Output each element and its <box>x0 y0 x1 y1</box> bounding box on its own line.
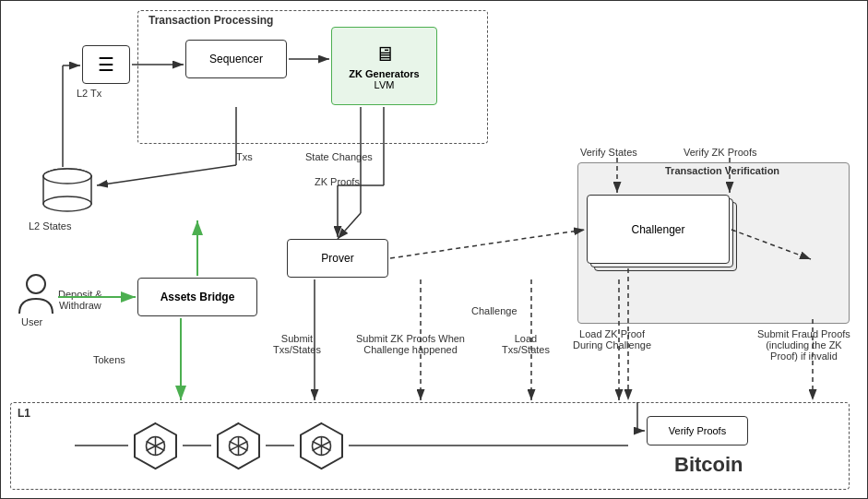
txs-label: Txs <box>236 151 253 162</box>
svg-line-31 <box>338 213 361 239</box>
svg-line-29 <box>97 165 236 185</box>
l2-tx-label: L2 Tx <box>77 88 101 99</box>
tokens-label: Tokens <box>93 354 125 365</box>
assets-bridge-box: Assets Bridge <box>137 278 257 316</box>
verify-proofs-box: Verify Proofs <box>647 416 748 446</box>
bitcoin-icon-2 <box>213 421 264 471</box>
diagram-container: Transaction Processing Transaction Verif… <box>0 0 868 499</box>
sequencer-box: Sequencer <box>185 40 287 78</box>
submit-txs-label: Submit Txs/States <box>273 333 321 355</box>
prover-box: Prover <box>287 239 388 278</box>
assets-bridge-label: Assets Bridge <box>161 291 235 303</box>
bitcoin-icon-3 <box>296 421 347 471</box>
load-txs-label: Load Txs/States <box>502 333 550 355</box>
deposit-withdraw-label: Deposit & Withdraw <box>58 289 102 311</box>
svg-point-3 <box>43 169 91 184</box>
user-icon <box>18 273 54 317</box>
zk-generators-box: 🖥 ZK Generators LVM <box>331 27 437 105</box>
transaction-processing-label: Transaction Processing <box>149 14 273 27</box>
svg-line-39 <box>390 230 585 258</box>
l2-tx-box: ☰ <box>82 45 130 84</box>
challenger-stack: Challenger <box>587 195 730 264</box>
submit-zk-proofs-label: Submit ZK Proofs When Challenge happened <box>356 333 465 355</box>
l2-states-label: L2 States <box>29 220 71 232</box>
zk-generators-label: ZK Generators <box>349 68 419 79</box>
verify-proofs-label: Verify Proofs <box>669 425 726 436</box>
challenge-label: Challenge <box>471 305 517 316</box>
l1-label: L1 <box>18 407 30 420</box>
l2-states-cylinder <box>40 167 95 218</box>
submit-fraud-label: Submit Fraud Proofs (including the ZK Pr… <box>757 328 850 362</box>
svg-point-4 <box>27 275 45 293</box>
lvm-label: LVM <box>375 79 395 90</box>
challenger-label: Challenger <box>631 223 684 236</box>
bitcoin-icon-1 <box>130 421 181 471</box>
prover-label: Prover <box>321 252 353 265</box>
user-label: User <box>21 316 42 327</box>
svg-point-2 <box>43 196 91 211</box>
challenger-box-1: Challenger <box>587 195 730 264</box>
monitor-icon: 🖥 <box>375 42 395 66</box>
zk-proofs-label: ZK Proofs <box>315 176 360 187</box>
verify-zk-proofs-label: Verify ZK Proofs <box>684 147 756 158</box>
transaction-verification-label: Transaction Verification <box>665 165 779 176</box>
load-zk-proof-label: Load ZK Proof During Challenge <box>573 328 651 350</box>
sequencer-label: Sequencer <box>209 53 263 65</box>
state-changes-label: State Changes <box>305 151 373 162</box>
verify-states-label: Verify States <box>580 147 637 158</box>
bitcoin-label: Bitcoin <box>674 453 743 477</box>
